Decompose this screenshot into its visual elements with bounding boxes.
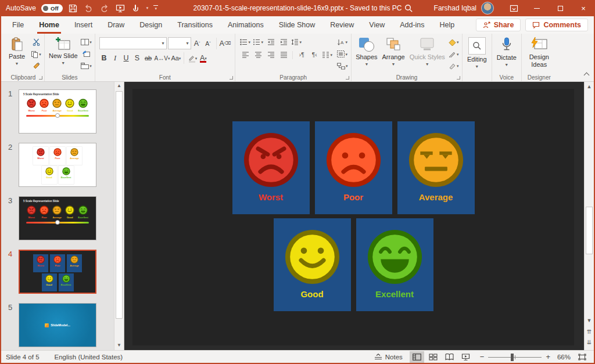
normal-view-button[interactable] (410, 351, 424, 363)
drawing-dialog-launcher-icon[interactable] (457, 76, 460, 80)
decrease-indent-button[interactable] (265, 37, 277, 47)
slide-thumbnail-3[interactable]: 5 Scale Representation SlideWorstPoorAve… (19, 196, 96, 240)
shape-fill-button[interactable]: ▾ (448, 37, 460, 47)
user-name[interactable]: Farshad Iqbal (434, 4, 476, 12)
bold-button[interactable]: B (99, 53, 109, 64)
search-icon[interactable] (404, 3, 414, 13)
paste-button[interactable]: Paste▼ (4, 36, 30, 67)
convert-to-smartart-button[interactable]: ▾ (336, 61, 348, 71)
line-spacing-button[interactable]: ▾ (291, 37, 302, 47)
slide-thumbnail-4[interactable]: WorstPoorAverageGoodExcellent (19, 250, 96, 294)
slide-layout-button[interactable]: ▾ (81, 37, 92, 47)
touch-mode-dropdown-icon[interactable]: ▾ (146, 6, 149, 10)
slide-show-button[interactable] (458, 351, 473, 363)
zoom-slider-thumb[interactable] (511, 354, 514, 361)
rating-card-excellent[interactable]: Excellent (356, 218, 433, 311)
slide-indicator[interactable]: Slide 4 of 5 (6, 354, 40, 361)
scrollbar-thumb[interactable] (586, 207, 593, 254)
undo-icon[interactable] (84, 3, 94, 13)
maximize-button[interactable] (549, 0, 572, 16)
tab-add-ins[interactable]: Add-ins (392, 16, 432, 34)
shape-effects-button[interactable]: ▾ (448, 61, 460, 71)
notes-button[interactable]: Notes (374, 354, 403, 361)
minimize-button[interactable] (525, 0, 549, 16)
increase-font-size-button[interactable]: Aˆ (192, 38, 202, 49)
rtl-direction-button[interactable]: ¶‹ (309, 50, 320, 60)
text-highlight-color-button[interactable]: ▾ (187, 53, 197, 64)
save-icon[interactable] (68, 3, 78, 13)
increase-indent-button[interactable] (278, 37, 289, 47)
scroll-up-icon[interactable]: ▲ (585, 84, 594, 89)
fit-slide-to-window-button[interactable] (575, 351, 589, 363)
tab-draw[interactable]: Draw (100, 16, 132, 34)
bullets-button[interactable]: ▾ (239, 37, 251, 47)
font-size-select[interactable]: ▾ (168, 37, 191, 49)
font-color-button[interactable]: A▾ (198, 53, 208, 64)
strikethrough-button[interactable]: ab (144, 53, 153, 64)
next-slide-icon[interactable]: ⇊ (585, 339, 594, 345)
underline-button[interactable]: U (121, 53, 131, 64)
slide-editing-area[interactable]: WorstPoorAverage GoodExcellent (132, 89, 574, 345)
tab-file[interactable]: File (5, 16, 31, 34)
reset-slide-button[interactable] (81, 49, 92, 59)
rating-card-worst[interactable]: Worst (232, 121, 310, 214)
zoom-out-button[interactable]: − (480, 352, 485, 361)
cut-button[interactable] (30, 37, 42, 47)
collapse-ribbon-icon[interactable] (584, 73, 590, 78)
start-presentation-icon[interactable] (115, 3, 126, 13)
close-button[interactable]: × (572, 0, 595, 16)
tab-insert[interactable]: Insert (67, 16, 100, 34)
tab-view[interactable]: View (361, 16, 392, 34)
align-left-button[interactable] (239, 50, 251, 60)
scroll-up-icon[interactable]: ▲ (114, 83, 124, 88)
redo-icon[interactable] (99, 3, 110, 13)
align-text-button[interactable]: ▾ (336, 49, 348, 59)
text-shadow-button[interactable]: S (132, 53, 142, 64)
font-dialog-launcher-icon[interactable] (230, 76, 233, 80)
shape-outline-button[interactable]: ▾ (448, 49, 460, 59)
section-button[interactable]: ▾ (81, 61, 92, 71)
design-ideas-button[interactable]: Design Ideas (524, 36, 555, 69)
align-right-button[interactable] (265, 50, 277, 60)
ltr-direction-button[interactable]: ›¶ (296, 50, 307, 60)
tab-transitions[interactable]: Transitions (170, 16, 220, 34)
clipboard-dialog-launcher-icon[interactable] (39, 76, 42, 80)
previous-slide-icon[interactable]: ⇈ (585, 329, 594, 335)
tab-slide-show[interactable]: Slide Show (271, 16, 323, 34)
change-case-button[interactable]: Aa▾ (171, 53, 181, 64)
editing-button[interactable]: Editing▼ (464, 36, 490, 70)
share-button[interactable]: Share (476, 19, 521, 31)
slide-thumbnail-1[interactable]: 5 Scale Representation SlideWorstPoorAve… (19, 89, 96, 134)
copy-button[interactable]: ▾ (30, 49, 42, 59)
shapes-button[interactable]: Shapes▼ (353, 36, 379, 67)
slide-sorter-view-button[interactable] (426, 351, 440, 363)
numbering-button[interactable]: ▾ (252, 37, 264, 47)
italic-button[interactable]: I (110, 53, 120, 64)
tab-home[interactable]: Home (31, 16, 67, 34)
clear-formatting-button[interactable]: A⌫ (220, 38, 231, 49)
scroll-down-icon[interactable]: ▼ (114, 343, 124, 348)
rating-card-good[interactable]: Good (274, 218, 351, 311)
justify-button[interactable] (278, 50, 289, 60)
language-indicator[interactable]: English (United States) (55, 354, 123, 361)
dictate-button[interactable]: Dictate▼ (494, 36, 519, 68)
tab-animations[interactable]: Animations (220, 16, 271, 34)
zoom-in-button[interactable]: + (546, 352, 550, 361)
scrollbar-thumb[interactable] (116, 91, 123, 319)
rating-card-poor[interactable]: Poor (315, 121, 392, 214)
zoom-slider[interactable] (488, 351, 542, 363)
user-avatar[interactable] (481, 2, 494, 15)
comments-button[interactable]: Comments (525, 19, 588, 31)
reading-view-button[interactable] (442, 351, 457, 363)
columns-button[interactable]: ▾ (321, 50, 333, 60)
character-spacing-button[interactable]: A↔V▾ (155, 53, 170, 64)
align-center-button[interactable] (252, 50, 264, 60)
tab-review[interactable]: Review (322, 16, 361, 34)
arrange-button[interactable]: Arrange▼ (380, 36, 407, 67)
autosave-toggle[interactable]: Off (41, 4, 63, 13)
format-painter-button[interactable] (30, 61, 42, 71)
scroll-down-icon[interactable]: ▼ (585, 318, 594, 323)
decrease-font-size-button[interactable]: Aˇ (203, 38, 213, 49)
quick-styles-button[interactable]: Quick Styles▼ (407, 36, 447, 67)
slide-thumbnail-2[interactable]: WorstPoorAverageGoodExcellent (19, 143, 96, 187)
